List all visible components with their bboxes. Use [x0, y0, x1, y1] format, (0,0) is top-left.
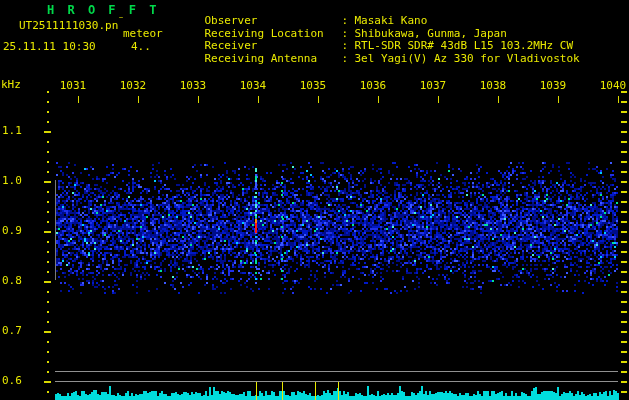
colon: :	[342, 53, 355, 65]
x-tick-label: 1040	[593, 80, 629, 92]
y-tick-label: 1.1	[2, 125, 28, 137]
y-tick-label: 0.9	[2, 225, 28, 237]
meta-label: Receiving Antenna	[205, 53, 342, 65]
x-tick-label: 1034	[233, 80, 273, 92]
meta-row-antenna: Receiving Antenna:3el Yagi(V) Az 330 for…	[178, 41, 580, 53]
y-axis-unit-label: kHz	[1, 79, 21, 91]
meta-row-observer: Observer:Masaki Kano	[178, 3, 427, 15]
echo-count: 4..	[131, 41, 151, 53]
hrofft-window: H R O F F T UT2511111030.pn ¨ meteor 25.…	[0, 0, 629, 400]
y-tick-label: 1.0	[2, 175, 28, 187]
y-tick-label: 0.8	[2, 275, 28, 287]
x-tick-label: 1039	[533, 80, 573, 92]
x-tick-label: 1037	[413, 80, 453, 92]
meta-value: 3el Yagi(V) Az 330 for Vladivostok	[355, 52, 580, 65]
y-tick-label: 0.6	[2, 375, 28, 387]
x-tick-label: 1031	[53, 80, 93, 92]
x-tick-label: 1035	[293, 80, 333, 92]
output-filename: UT2511111030.pn	[19, 20, 118, 32]
x-tick-label: 1036	[353, 80, 393, 92]
datetime-label: 25.11.11 10:30	[3, 41, 96, 53]
x-tick-label: 1033	[173, 80, 213, 92]
x-tick-label: 1032	[113, 80, 153, 92]
y-tick-label: 0.7	[2, 325, 28, 337]
app-title: H R O F F T	[47, 4, 159, 16]
meta-row-receiver: Receiver:RTL-SDR SDR# 43dB L15 103.2MHz …	[178, 28, 573, 40]
station-label: meteor	[123, 28, 163, 40]
x-tick-label: 1038	[473, 80, 513, 92]
meta-row-location: Receiving Location:Shibukawa, Gunma, Jap…	[178, 16, 507, 28]
